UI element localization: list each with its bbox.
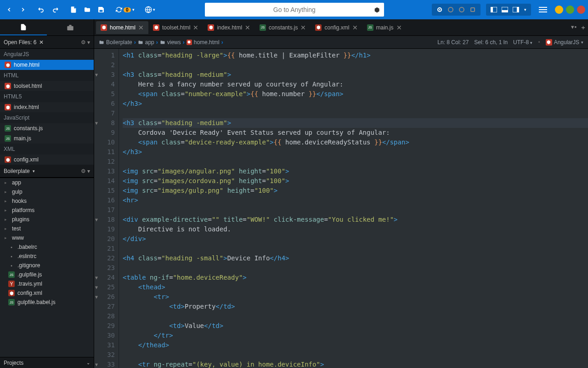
code-line[interactable]: <h3 class="heading -medium"> [123,118,588,128]
browser-preview-button[interactable]: ▾ [143,3,157,16]
code-editor[interactable]: 12▼34567▼891011121314151617▼181920212223… [94,49,588,368]
close-window-button[interactable] [577,6,585,14]
close-icon[interactable]: ✕ [39,39,44,46]
layout-left-button[interactable] [489,5,499,15]
close-tab-icon[interactable]: ✕ [396,24,402,31]
undo-button[interactable] [35,3,48,16]
tab-toolset.html[interactable]: ⬢toolset.html✕ [148,21,203,34]
redo-button[interactable] [49,3,62,16]
folder-hooks[interactable]: ▸hooks [0,196,94,206]
syntax-selector[interactable]: ⬢ AngularJS ▾ [546,39,583,46]
file-item-constants.js[interactable]: JSconstants.js [0,123,94,133]
code-line[interactable] [123,244,588,253]
file-.gitignore[interactable]: ▪.gitignore [0,261,94,270]
close-tab-icon[interactable]: ✕ [300,24,306,31]
projects-footer[interactable]: Projects ⌄ [0,357,94,368]
chevron-down-icon[interactable]: ⌄ [86,360,90,365]
sidebar-tab-tools[interactable] [47,19,94,35]
file-.gulpfile.js[interactable]: JS.gulpfile.js [0,270,94,279]
code-line[interactable]: </div> [123,234,588,244]
file-item-main.js[interactable]: JSmain.js [0,133,94,144]
file-.babelrc[interactable]: ▪.babelrc [0,242,94,252]
new-tab-button[interactable]: ＋ [580,23,586,32]
folder-test[interactable]: ▸test [0,224,94,233]
file-.travis.yml[interactable]: Y.travis.yml [0,279,94,288]
close-tab-icon[interactable]: ✕ [245,24,250,31]
file-item-config.xml[interactable]: ⬢config.xml [0,155,94,165]
code-line[interactable]: <div example-directive="" title="WOW!" c… [123,215,588,224]
code-line[interactable]: </tr> [123,331,588,340]
fold-icon[interactable]: ▼ [95,273,98,282]
tab-constants.js[interactable]: JSconstants.js✕ [255,21,311,34]
code-line[interactable] [123,60,588,70]
folder-app[interactable]: ▸app [0,178,94,187]
tab-main.js[interactable]: JSmain.js✕ [362,21,407,34]
code-line[interactable]: </h3> [123,99,588,109]
breadcrumb-views[interactable]: views [160,39,181,46]
play-macro-button[interactable] [457,5,467,15]
menu-button[interactable] [537,3,549,16]
fold-icon[interactable]: ▼ [95,118,98,128]
code-line[interactable]: Directive is not loaded. [123,224,588,234]
sidebar-tab-files[interactable] [0,19,47,35]
save-macro-button[interactable] [468,5,478,15]
layout-dropdown[interactable]: ▾ [522,5,528,15]
folder-plugins[interactable]: ▸plugins [0,215,94,224]
close-tab-icon[interactable]: ✕ [193,24,198,31]
forward-button[interactable] [17,3,29,16]
code-line[interactable] [123,157,588,167]
file-item-index.html[interactable]: ⬢index.html [0,102,94,112]
code-line[interactable]: <table ng-if="home.deviceReady"> [123,273,588,282]
code-line[interactable] [123,263,588,273]
code-line[interactable]: Here is a fancy number served up courtes… [123,80,588,89]
folder-platforms[interactable]: ▸platforms [0,206,94,215]
goto-anything-search[interactable]: ⬢ [205,3,384,17]
code-line[interactable]: <td>Property</td> [123,302,588,311]
folder-gulp[interactable]: ▸gulp [0,187,94,196]
code-line[interactable] [123,350,588,360]
encoding-selector[interactable]: UTF-8 ▾ [513,39,532,46]
file-gulpfile.babel.js[interactable]: JSgulpfile.babel.js [0,298,94,307]
tab-list-button[interactable]: ▾▪ [571,23,577,32]
fold-icon[interactable]: ▼ [95,215,98,224]
code-line[interactable]: </thead> [123,340,588,350]
fold-icon[interactable]: ▼ [95,282,98,292]
code-line[interactable]: </h3> [123,147,588,157]
file-item-toolset.html[interactable]: ⬢toolset.html [0,81,94,91]
file-item-home.html[interactable]: ⬢home.html [0,60,94,70]
record-macro-button[interactable] [435,5,445,15]
code-line[interactable]: <tr ng-repeat="(key, value) in home.devi… [123,360,588,368]
code-line[interactable]: <h1 class="heading -large">{{ home.title… [123,51,588,60]
minimize-button[interactable] [555,6,563,14]
code-line[interactable]: <h4 class="heading -small">Device Info</… [123,253,588,263]
gear-icon[interactable]: ⚙ ▾ [81,39,90,46]
code-line[interactable] [123,109,588,118]
file-.eslintrc[interactable]: ▪.eslintrc [0,252,94,261]
tab-config.xml[interactable]: ⬢config.xml✕ [311,21,362,34]
code-line[interactable]: <img src="images/gulp.png" height="100"> [123,186,588,196]
fold-icon[interactable]: ▼ [95,360,98,368]
code-line[interactable]: <thead> [123,282,588,292]
breadcrumb-app[interactable]: app [138,39,154,46]
code-line[interactable]: <span class="device-ready-example">{{ ho… [123,138,588,147]
folder-www[interactable]: ▸www [0,233,94,242]
code-line[interactable]: <img src="images/cordova.png" height="10… [123,176,588,186]
code-line[interactable]: <span class="number-example">{{ home.num… [123,89,588,99]
sync-button[interactable]: 0 ▾ [113,3,137,16]
save-button[interactable] [95,3,107,16]
fold-icon[interactable]: ▼ [95,292,98,302]
code-line[interactable]: Cordova 'Device Ready' Event Status serv… [123,128,588,138]
code-line[interactable]: <hr> [123,196,588,205]
stop-macro-button[interactable] [446,5,456,15]
open-file-button[interactable] [81,3,94,16]
tab-index.html[interactable]: ⬢index.html✕ [203,21,255,34]
layout-bottom-button[interactable] [500,5,510,15]
code-line[interactable]: <img src="images/angular.png" height="10… [123,167,588,176]
layout-right-button[interactable] [511,5,521,15]
gear-icon[interactable]: ⚙ ▾ [81,168,90,174]
new-file-button[interactable] [67,3,80,16]
maximize-button[interactable] [566,6,574,14]
fold-icon[interactable]: ▼ [95,70,98,80]
code-line[interactable]: <tr> [123,292,588,302]
code-line[interactable] [123,205,588,215]
